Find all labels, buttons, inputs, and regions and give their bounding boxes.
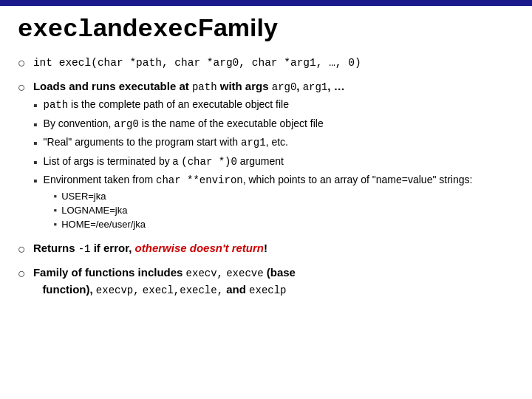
returns-minus1: -1 bbox=[78, 243, 91, 255]
comma-1: , bbox=[296, 80, 302, 92]
sub-bullet-char-3: ▪ bbox=[33, 135, 38, 151]
bullet-4-content: Family of functions includes execv, exec… bbox=[33, 265, 296, 298]
sub-sub-char-3: ▪ bbox=[54, 218, 58, 231]
bullet-3: ○ Returns -1 if error, otherwise doesn't… bbox=[18, 240, 514, 259]
sub-bullet-list: ▪ path is the complete path of an execut… bbox=[33, 98, 473, 232]
title-exec: exec bbox=[137, 16, 198, 44]
title-execl: execl bbox=[18, 16, 93, 44]
sub-sub-char-2: ▪ bbox=[54, 204, 58, 217]
bullet-3-content: Returns -1 if error, otherwise doesn't r… bbox=[33, 240, 267, 256]
with-args-text: with args bbox=[217, 80, 272, 92]
sub-5-environ: char **environ bbox=[156, 174, 243, 186]
sub-bullet-1: ▪ path is the complete path of an execut… bbox=[33, 98, 473, 114]
main-content: execl and exec Family ○ int execl(char *… bbox=[0, 6, 532, 311]
sub-bullet-char-5: ▪ bbox=[33, 173, 38, 189]
sub-bullet-4: ▪ List of args is terminated by a (char … bbox=[33, 154, 473, 171]
title-and: and bbox=[93, 13, 137, 42]
returns-exclaim: ! bbox=[264, 242, 267, 254]
loads-text: Loads and runs executable at bbox=[33, 80, 192, 92]
sub-2-content: By convention, arg0 is the name of the e… bbox=[44, 117, 324, 132]
sub-bullet-5: ▪ Environment taken from char **environ,… bbox=[33, 173, 473, 232]
sub-3-arg1: arg1 bbox=[241, 137, 266, 149]
family-execl: execl, bbox=[143, 284, 180, 296]
sub-5-content: Environment taken from char **environ, w… bbox=[44, 173, 473, 232]
sub-bullet-2: ▪ By convention, arg0 is the name of the… bbox=[33, 117, 473, 133]
sub-4-null: (char *)0 bbox=[181, 156, 237, 168]
family-execve: execve bbox=[226, 267, 263, 279]
returns-otherwise: otherwise doesn't return bbox=[135, 242, 264, 254]
sub-sub-2-text: LOGNAME=jka bbox=[61, 204, 127, 217]
returns-error: if error, bbox=[91, 242, 135, 254]
sub-bullet-char-2: ▪ bbox=[33, 117, 38, 133]
bullet-char-2: ○ bbox=[18, 78, 26, 97]
sub-sub-3: ▪ HOME=/ee/user/jka bbox=[54, 218, 473, 231]
bullet-1-content: int execl(char *path, char *arg0, char *… bbox=[33, 54, 361, 71]
sub-sub-3-text: HOME=/ee/user/jka bbox=[61, 218, 146, 231]
sub-1-content: path is the complete path of an executab… bbox=[44, 98, 289, 113]
bullet-1-code: int execl(char *path, char *arg0, char *… bbox=[33, 57, 361, 69]
family-execv: execv, bbox=[186, 267, 223, 279]
ellipsis: , … bbox=[327, 80, 344, 92]
top-bar bbox=[0, 0, 532, 6]
sub-sub-1-text: USER=jka bbox=[61, 190, 106, 203]
path-code: path bbox=[192, 81, 217, 93]
sub-3-content: "Real" arguments to the program start wi… bbox=[44, 135, 288, 151]
family-and: and bbox=[223, 283, 249, 296]
sub-bullet-char-4: ▪ bbox=[33, 154, 38, 171]
bullet-char-1: ○ bbox=[18, 54, 26, 72]
bullet-char-4: ○ bbox=[18, 265, 26, 283]
returns-text: Returns bbox=[33, 242, 78, 254]
sub-sub-2: ▪ LOGNAME=jka bbox=[54, 204, 473, 217]
family-execlp: execlp bbox=[249, 284, 286, 296]
sub-bullet-char-1: ▪ bbox=[33, 98, 38, 114]
bullet-char-3: ○ bbox=[18, 240, 26, 259]
sub-sub-char-1: ▪ bbox=[54, 190, 58, 203]
arg1-code: arg1 bbox=[303, 81, 328, 93]
sub-sub-1: ▪ USER=jka bbox=[54, 190, 473, 203]
bullet-2: ○ Loads and runs executable at path with… bbox=[18, 78, 514, 234]
sub-4-content: List of args is terminated by a (char *)… bbox=[44, 154, 284, 170]
title-family: Family bbox=[198, 13, 278, 42]
family-execvp: execvp, bbox=[96, 284, 140, 296]
sub-sub-list: ▪ USER=jka ▪ LOGNAME=jka ▪ HOME=/ee/user… bbox=[44, 190, 473, 232]
sub-2-arg0: arg0 bbox=[114, 118, 139, 130]
family-text1: Family of functions includes bbox=[33, 266, 186, 279]
bullet-4: ○ Family of functions includes execv, ex… bbox=[18, 265, 514, 298]
main-bullet-list: ○ int execl(char *path, char *arg0, char… bbox=[18, 54, 514, 298]
bullet-2-content: Loads and runs executable at path with a… bbox=[33, 78, 473, 234]
sub-bullet-3: ▪ "Real" arguments to the program start … bbox=[33, 135, 473, 151]
bullet-2-text: Loads and runs executable at path with a… bbox=[33, 80, 345, 92]
family-execle: execle, bbox=[180, 284, 223, 296]
bullet-1: ○ int execl(char *path, char *arg0, char… bbox=[18, 54, 514, 72]
sub-1-path: path bbox=[44, 99, 69, 111]
page-title: execl and exec Family bbox=[18, 13, 514, 44]
arg0-code: arg0 bbox=[272, 81, 297, 93]
